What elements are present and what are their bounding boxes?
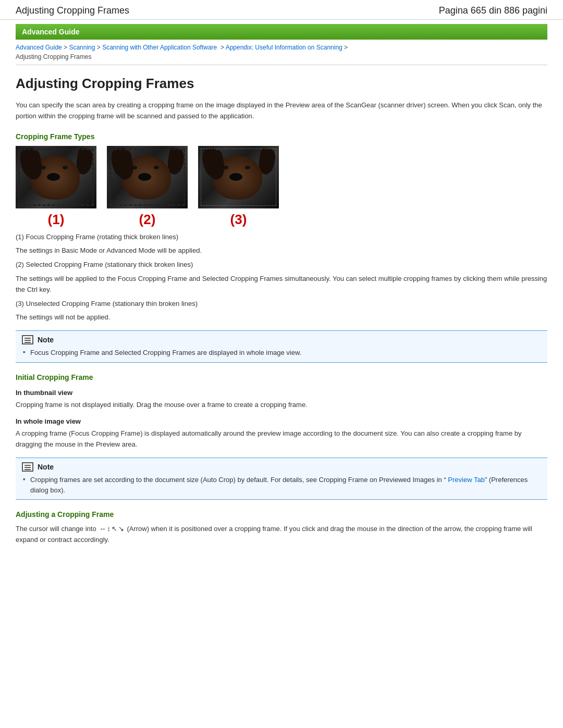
- cursor-arrow-diagonal2: ↘: [118, 524, 124, 535]
- thumbnail-view-heading: In thumbnail view: [16, 389, 547, 397]
- frame-desc-2-detail: The settings will be applied to the Focu…: [16, 274, 547, 295]
- dog-nose-3: [229, 173, 242, 181]
- frame-desc-1-detail: The settings in Basic Mode or Advanced M…: [16, 245, 547, 256]
- frame-desc-1-item: (1) Focus Cropping Frame (rotating thick…: [16, 232, 547, 243]
- note-item-2-1: Cropping frames are set according to the…: [22, 475, 541, 495]
- note-title-1: Note: [22, 335, 541, 344]
- adjusting-heading: Adjusting a Cropping Frame: [16, 510, 547, 519]
- adjusting-text: The cursor will change into ↔ ↕ ↖ ↘ (Arr…: [16, 524, 547, 546]
- top-bar-page: Pagina 665 din 886 pagini: [439, 5, 547, 16]
- breadcrumb-link-advanced-guide[interactable]: Advanced Guide: [16, 44, 62, 51]
- dog-eye-left-3: [223, 166, 228, 169]
- cropping-frame-types-heading: Cropping Frame Types: [16, 132, 547, 141]
- dog-eye-left-1: [41, 166, 46, 169]
- breadcrumb: Advanced Guide > Scanning > Scanning wit…: [16, 43, 547, 65]
- breadcrumb-link-scanning[interactable]: Scanning: [69, 44, 95, 51]
- note-box-2: Note Cropping frames are set according t…: [16, 458, 547, 500]
- preview-tab-link[interactable]: Preview Tab: [448, 476, 485, 484]
- note-book-icon-1: [22, 335, 33, 344]
- frame-image-3: [198, 146, 279, 208]
- dog-image-1: [16, 146, 96, 208]
- breadcrumb-link-scanning-other[interactable]: Scanning with Other Application Software: [102, 44, 217, 51]
- note-label-1: Note: [38, 336, 54, 344]
- section-adjusting: Adjusting a Cropping Frame The cursor wi…: [16, 510, 547, 546]
- frame-label-1: (1): [48, 212, 65, 228]
- dog-image-3: [198, 146, 279, 208]
- section-initial-cropping: Initial Cropping Frame In thumbnail view…: [16, 373, 547, 450]
- dog-eye-right-3: [245, 166, 250, 169]
- frame-label-2: (2): [139, 212, 156, 228]
- top-bar: Adjusting Cropping Frames Pagina 665 din…: [0, 0, 563, 20]
- guide-header-bar: Advanced Guide: [16, 24, 547, 40]
- dog-ear-left-3: [201, 147, 221, 178]
- dog-nose-1: [47, 173, 60, 181]
- note-label-2: Note: [38, 463, 54, 471]
- whole-image-text: A cropping frame (Focus Cropping Frame) …: [16, 428, 547, 450]
- frame-image-2: [107, 146, 188, 208]
- note-item-1-1: Focus Cropping Frame and Selected Croppi…: [22, 348, 541, 358]
- cursor-arrow-vertical: ↕: [107, 524, 111, 535]
- section-cropping-frame-types: Cropping Frame Types (1): [16, 132, 547, 324]
- breadcrumb-current: Adjusting Cropping Frames: [16, 53, 91, 60]
- frame-item-2: (2): [107, 146, 188, 228]
- cursor-arrow-diagonal1: ↖: [112, 524, 117, 535]
- note-book-icon-2: [22, 462, 33, 472]
- frame-item-3: (3): [198, 146, 279, 228]
- frame-image-1: [16, 146, 96, 208]
- dog-ear-left-1: [18, 147, 39, 178]
- whole-image-heading: In whole image view: [16, 417, 547, 425]
- dog-eye-right-2: [154, 166, 159, 169]
- top-bar-title: Adjusting Cropping Frames: [16, 5, 129, 16]
- frame-desc-3-detail: The settings will not be applied.: [16, 312, 547, 323]
- dog-ear-left-2: [109, 147, 130, 178]
- frames-container: (1) (2): [16, 146, 547, 228]
- frame-item-1: (1): [16, 146, 96, 228]
- cursor-arrow-horizontal: ↔: [99, 524, 106, 535]
- cursor-icons: ↔ ↕ ↖ ↘: [99, 524, 124, 535]
- frame-desc-3-item: (3) Unselected Cropping Frame (stationar…: [16, 299, 547, 310]
- initial-cropping-heading: Initial Cropping Frame: [16, 373, 547, 381]
- dog-eye-left-2: [132, 166, 137, 169]
- dog-nose-2: [138, 173, 151, 181]
- guide-header-label: Advanced Guide: [22, 28, 79, 36]
- frame-desc-2-item: (2) Selected Cropping Frame (stationary …: [16, 260, 547, 270]
- intro-paragraph: You can specify the scan area by creatin…: [16, 100, 547, 122]
- breadcrumb-link-appendix[interactable]: Appendix: Useful Information on Scanning: [226, 44, 342, 51]
- note-title-2: Note: [22, 462, 541, 472]
- main-content: Adjusting Cropping Frames You can specif…: [0, 65, 563, 559]
- page-title: Adjusting Cropping Frames: [16, 76, 547, 92]
- note-box-1: Note Focus Cropping Frame and Selected C…: [16, 330, 547, 363]
- adjusting-text-before: The cursor will change into: [16, 525, 96, 533]
- thumbnail-view-text: Cropping frame is not displayed initiall…: [16, 400, 547, 411]
- frame-label-3: (3): [230, 212, 247, 228]
- dog-image-2: [107, 146, 188, 208]
- dog-eye-right-1: [63, 166, 68, 169]
